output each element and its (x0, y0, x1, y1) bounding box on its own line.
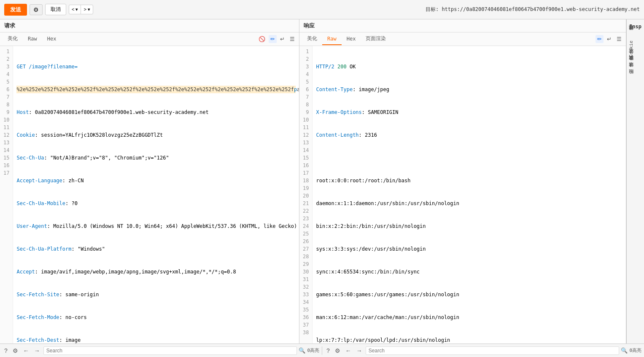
bottom-right-back-icon[interactable]: ← (344, 346, 353, 355)
response-tabs: 美化 Raw Hex 页面渲染 ✏ ↵ ☰ (299, 32, 626, 46)
inspector-item-request-body[interactable]: 请求体 (627, 68, 644, 74)
bottom-left-panel: ? ⚙ ← → 🔍 0高亮 (0, 346, 322, 355)
tab-request-beautify[interactable]: 美化 (3, 32, 23, 46)
request-eye-off-icon[interactable]: 🚫 (257, 35, 267, 43)
tab-response-beautify[interactable]: 美化 (302, 32, 322, 46)
nav-forward-button[interactable]: > ▾ (81, 5, 92, 14)
response-panel-header: 响应 (299, 19, 626, 32)
bottom-left-gear-icon[interactable]: ⚙ (11, 346, 20, 355)
tab-response-raw[interactable]: Raw (322, 33, 342, 45)
tab-request-hex[interactable]: Hex (42, 33, 62, 45)
request-code-area[interactable]: 12345 678910 1112131415 1617 GET /image?… (0, 46, 299, 343)
bottom-right-help-icon[interactable]: ? (325, 346, 331, 355)
request-panel: 请求 美化 Raw Hex 🚫 ✏ ↵ ☰ 12345 678910 11121… (0, 19, 299, 343)
inspector-item-response[interactable]: 响应 (627, 74, 644, 81)
inspector-sidebar: Insp 请求属性 请求Cookie 请求参数 请求体 响应 (626, 19, 644, 343)
inspector-item-request-cookies[interactable]: 请求Cookie (627, 37, 644, 61)
response-tab-icons: ✏ ↵ ☰ (595, 35, 623, 43)
tab-request-raw[interactable]: Raw (23, 33, 42, 45)
response-line-numbers: 12345 678910 1112131415 1617181920 21222… (299, 46, 313, 343)
nav-group: < ▾ > ▾ (69, 5, 93, 14)
response-code-area[interactable]: 12345 678910 1112131415 1617181920 21222… (299, 46, 626, 343)
request-edit-icon[interactable]: ✏ (269, 35, 277, 43)
response-code-content: HTTP/2 200 OK Content-Type: image/jpeg X… (313, 46, 626, 343)
bottom-right-gear-icon[interactable]: ⚙ (333, 346, 342, 355)
response-edit-icon[interactable]: ✏ (595, 35, 604, 43)
target-url: 目标: https://0a820074046081ef80647b4700f9… (426, 6, 640, 13)
request-menu-icon[interactable]: ☰ (288, 35, 296, 43)
response-highlight-count: 0高亮 (629, 347, 641, 354)
response-menu-icon[interactable]: ☰ (615, 35, 623, 43)
response-panel: 响应 美化 Raw Hex 页面渲染 ✏ ↵ ☰ 12345 678910 11… (299, 19, 626, 343)
tab-response-hex[interactable]: Hex (342, 33, 361, 45)
bottom-left-back-icon[interactable]: ← (22, 346, 31, 355)
cancel-button[interactable]: 取消 (45, 4, 66, 15)
request-search-input[interactable] (43, 346, 297, 355)
bottom-left-help-icon[interactable]: ? (3, 346, 9, 355)
request-wrap-icon[interactable]: ↵ (278, 35, 286, 43)
inspector-item-request-params[interactable]: 请求参数 (627, 61, 644, 68)
request-tabs: 美化 Raw Hex 🚫 ✏ ↵ ☰ (0, 32, 299, 46)
inspector-item-request-attrs[interactable]: 请求属性 (627, 30, 644, 37)
response-search-button[interactable]: 🔍 (621, 347, 628, 354)
response-wrap-icon[interactable]: ↵ (605, 35, 613, 43)
bottom-right-panel: ? ⚙ ← → 🔍 0高亮 (322, 346, 644, 355)
tab-response-render[interactable]: 页面渲染 (361, 32, 391, 46)
request-code-content: GET /image?filename= %2e%252e%252f%2e%25… (13, 46, 299, 343)
request-highlight-count: 0高亮 (307, 347, 319, 354)
inspector-title: Insp (627, 23, 644, 30)
gear-button[interactable]: ⚙ (30, 4, 43, 15)
bottom-right-forward-icon[interactable]: → (355, 346, 364, 355)
request-line-numbers: 12345 678910 1112131415 1617 (0, 46, 13, 343)
toolbar: 发送 ⚙ 取消 < ▾ > ▾ 目标: https://0a8200740460… (0, 0, 644, 19)
bottom-bar: ? ⚙ ← → 🔍 0高亮 ? ⚙ ← → 🔍 0高亮 (0, 343, 644, 357)
request-search-button[interactable]: 🔍 (299, 347, 305, 354)
request-tab-icons: 🚫 ✏ ↵ ☰ (257, 35, 296, 43)
main-content: 请求 美化 Raw Hex 🚫 ✏ ↵ ☰ 12345 678910 11121… (0, 19, 644, 343)
nav-back-button[interactable]: < ▾ (69, 5, 81, 14)
bottom-left-forward-icon[interactable]: → (32, 346, 42, 355)
response-search-input[interactable] (366, 346, 620, 355)
send-button[interactable]: 发送 (4, 4, 27, 16)
request-panel-header: 请求 (0, 19, 299, 32)
